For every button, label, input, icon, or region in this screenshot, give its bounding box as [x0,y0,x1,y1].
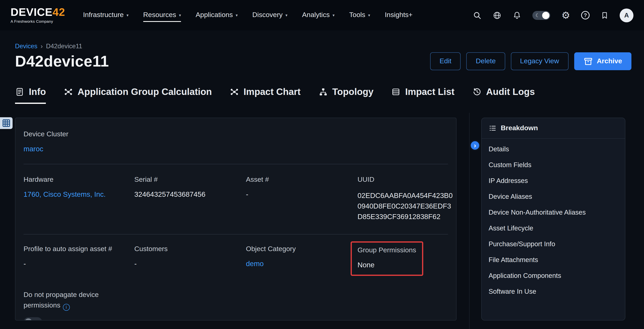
device-cluster-value[interactable]: maroc [24,145,448,153]
device42-app: DEVICE42 A Freshworks Company Infrastruc… [0,0,644,329]
group-permissions-highlight: Group Permissions None [350,241,423,276]
delete-button[interactable]: Delete [466,52,505,70]
search-icon[interactable] [473,11,482,20]
device42-logo[interactable]: DEVICE42 A Freshworks Company [10,7,65,24]
nav-item-resources[interactable]: Resources ▾ [143,11,181,22]
nav-item-tools[interactable]: Tools ▾ [349,11,370,22]
hardware-value[interactable]: 1760, Cisco Systems, Inc. [24,190,134,199]
logo-subtitle: A Freshworks Company [10,19,65,24]
profile-auto-assign-value: - [24,260,134,268]
edit-button[interactable]: Edit [430,52,461,70]
info-icon[interactable]: i [63,304,70,310]
chevron-right-icon: › [474,142,476,150]
bell-icon[interactable] [513,11,522,20]
asset-value: - [246,190,358,199]
chevron-down-icon: ▾ [332,13,334,18]
tab-label: Impact Chart [244,86,300,97]
nav-item-analytics[interactable]: Analytics ▾ [302,11,334,22]
customers-field: Customers - [134,245,246,276]
note-icon [15,87,24,96]
device-cluster-label: Device Cluster [24,130,448,138]
breakdown-item-software-in-use[interactable]: Software In Use [482,284,625,300]
breakdown-panel: Breakdown Details Custom Fields IP Addre… [481,118,625,320]
nav-item-applications[interactable]: Applications ▾ [196,11,238,22]
breakdown-item-application-components[interactable]: Application Components [482,268,625,284]
chevron-down-icon: ▾ [179,13,181,18]
nav-item-label: Resources [143,11,176,19]
breakdown-item-file-attachments[interactable]: File Attachments [482,252,625,268]
breakdown-item-purchase-support-info[interactable]: Purchase/Support Info [482,236,625,252]
logo-brand-accent: 42 [52,6,65,18]
nav-item-discovery[interactable]: Discovery ▾ [252,11,288,22]
breadcrumb-separator: › [40,42,42,50]
tab-impact-chart[interactable]: Impact Chart [230,86,300,104]
list-icon [392,87,401,96]
uuid-value: 02EDC6AABFA0A454F423B00940D8FE0C20347E36… [358,190,453,222]
list-tree-icon [488,124,497,132]
nav-item-insights[interactable]: Insights+ [385,11,412,22]
theme-toggle[interactable]: ☾ [532,11,550,20]
gear-icon[interactable]: ⚙ [562,10,570,20]
main-nav: Infrastructure ▾ Resources ▾ Application… [83,11,412,20]
tab-audit-logs[interactable]: Audit Logs [472,86,535,104]
breakdown-item-device-aliases[interactable]: Device Aliases [482,189,625,204]
tab-bar: Info Application Group Calculation Impac… [0,86,644,104]
toggle-knob [542,12,550,19]
asset-field: Asset # - [246,176,358,222]
tab-label: Impact List [405,86,454,97]
divider [24,234,448,234]
object-category-field: Object Category demo [246,245,358,276]
group-permissions-label: Group Permissions [358,246,416,254]
logo-wordmark: DEVICE42 [10,7,65,18]
breadcrumb: Devices › D42device11 [0,42,644,50]
chevron-down-icon: ▾ [368,13,370,18]
breadcrumb-devices-link[interactable]: Devices [15,42,37,50]
nav-item-infrastructure[interactable]: Infrastructure ▾ [83,11,128,22]
tab-label: Info [29,86,46,97]
device-details-panel: Device Cluster maroc Hardware 1760, Cisc… [15,118,456,320]
nav-item-label: Analytics [302,11,330,19]
breakdown-item-non-authoritative-aliases[interactable]: Device Non-Authoritative Aliases [482,204,625,220]
top-navbar: DEVICE42 A Freshworks Company Infrastruc… [0,0,644,30]
customers-value: - [134,260,246,268]
chevron-down-icon: ▾ [236,13,238,18]
breakdown-item-custom-fields[interactable]: Custom Fields [482,157,625,173]
globe-icon[interactable] [493,11,502,20]
breakdown-item-asset-lifecycle[interactable]: Asset Lifecycle [482,220,625,236]
tab-application-group-calculation[interactable]: Application Group Calculation [64,86,212,104]
object-category-value[interactable]: demo [246,260,358,268]
propagate-permissions-text: Do not propagate device permissions [24,291,99,309]
moon-icon: ☾ [536,12,540,18]
legacy-view-button[interactable]: Legacy View [511,52,568,70]
nav-item-label: Discovery [252,11,283,19]
help-icon[interactable]: ? [581,11,590,20]
tab-label: Topology [332,86,374,97]
breakdown-item-ip-addresses[interactable]: IP Addresses [482,173,625,189]
table-grid-icon [2,118,11,128]
bookmark-icon[interactable] [600,11,609,19]
group-permissions-field: Group Permissions None [358,245,448,276]
collapse-panel-button[interactable]: › [470,140,480,151]
impact-chart-icon [230,87,239,96]
archive-button[interactable]: Archive [574,52,632,70]
user-avatar[interactable]: A [620,8,634,22]
side-flyout-button[interactable] [0,117,12,129]
customers-label: Customers [134,245,246,253]
history-icon [472,87,482,96]
asset-label: Asset # [246,176,358,184]
propagate-permissions-toggle[interactable] [24,317,42,320]
tab-topology[interactable]: Topology [318,86,374,104]
divider [24,164,448,164]
profile-auto-assign-label: Profile to auto assign asset # [24,245,134,253]
hardware-field: Hardware 1760, Cisco Systems, Inc. [24,176,134,222]
breakdown-item-details[interactable]: Details [482,141,625,157]
tab-info[interactable]: Info [15,86,46,104]
tab-label: Audit Logs [486,86,535,97]
nav-item-label: Applications [196,11,233,19]
serial-field: Serial # 324643257453687456 [134,176,246,222]
archive-icon [583,56,593,66]
tab-impact-list[interactable]: Impact List [392,86,454,104]
group-permissions-value: None [358,261,416,269]
profile-auto-assign-field: Profile to auto assign asset # - [24,245,134,276]
network-nodes-icon [64,87,73,96]
